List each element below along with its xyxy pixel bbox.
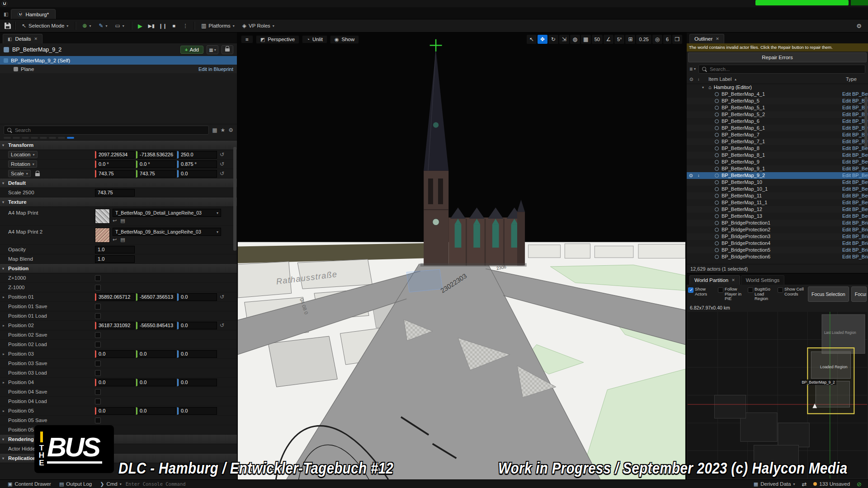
filter-tab[interactable] — [13, 137, 20, 139]
edit-blueprint-link[interactable]: Edit BP_Bett — [842, 200, 868, 205]
selection-mode-dropdown[interactable]: ↖ Selection Mode ▾ — [19, 21, 71, 30]
section-default[interactable]: Default — [0, 178, 237, 188]
tab-outliner[interactable]: Outliner ✕ — [689, 34, 724, 43]
edit-blueprint-link[interactable]: Edit BP_Bett — [842, 186, 868, 192]
filter-dropdown[interactable]: ≡ ▾ — [689, 66, 696, 72]
component-row-self[interactable]: BP_BetterMap_9_2 (Self) — [0, 56, 237, 65]
checkbox[interactable] — [95, 275, 101, 281]
y-field[interactable]: 0.0 — [136, 379, 176, 386]
z-field[interactable]: 250.0 — [177, 151, 217, 159]
camera-speed-icon[interactable]: ◎ — [652, 35, 662, 44]
play-button[interactable]: ▶ — [135, 23, 145, 29]
edit-blueprint-link[interactable]: Edit BP_Brid — [842, 227, 868, 232]
use-selected-asset-icon[interactable]: ↩ — [113, 218, 117, 224]
details-search-input[interactable]: Search — [4, 126, 209, 135]
item-label-column[interactable]: Item Label▲ — [708, 76, 737, 82]
edit-blueprint-link[interactable]: Edit BP_Brid — [842, 247, 868, 253]
checkbox[interactable] — [95, 370, 101, 376]
x-field[interactable]: 743.75 — [95, 170, 135, 178]
reset-to-default-icon[interactable]: ↺ — [220, 151, 224, 158]
outliner-search-input[interactable]: Search... — [698, 65, 865, 74]
show-flags-button[interactable]: ◉ Show — [330, 35, 359, 44]
browse-to-asset-icon[interactable]: ▤ — [120, 237, 125, 243]
edit-blueprint-link[interactable]: Edit BP_Bett — [842, 98, 868, 103]
pause-button[interactable]: ❙❙ — [158, 23, 168, 29]
menu-item[interactable] — [16, 3, 23, 4]
close-icon[interactable]: ✕ — [716, 37, 719, 41]
outliner-row[interactable]: ⊙ ↓ BP_BetterMap_5 Edit BP_Bett — [687, 98, 868, 104]
menu-item[interactable] — [42, 3, 48, 4]
edit-blueprint-link[interactable]: Edit BP_Bett — [842, 112, 868, 117]
pin-icon[interactable]: ↓ — [698, 173, 700, 178]
grid-snap-value[interactable]: 50 — [592, 35, 603, 44]
asset-picker-dropdown[interactable]: T_BetterMap_09_Detail_LangeReihe_03 ▾ — [113, 209, 221, 217]
cinematics-button[interactable]: ▭ ▾ — [112, 21, 127, 30]
outliner-row[interactable]: ⊙ ↓ BP_BetterMap_8 Edit BP_Bett — [687, 145, 868, 152]
outliner-row[interactable]: ⊙ ↓ BP_BridgeProtection6 Edit BP_Brid — [687, 253, 868, 260]
checkbox[interactable] — [95, 285, 101, 291]
save-icon[interactable] — [5, 23, 11, 29]
x-field[interactable]: 0.0 — [95, 350, 135, 358]
derived-data-button[interactable]: ▦ Derived Data ▾ — [750, 481, 799, 487]
unreal-logo-icon[interactable]: U — [2, 1, 7, 6]
transform-type-dropdown[interactable]: Rotation ▾ — [8, 160, 37, 168]
world-space-toggle-icon[interactable]: ◍ — [570, 35, 580, 44]
outliner-row[interactable]: ⊙ ↓ BP_BetterMap_11 Edit BP_Bett — [687, 192, 868, 199]
revision-control-icon[interactable]: ⊘ — [854, 481, 864, 488]
outliner-row[interactable]: ⊙ ↓ BP_BetterMap_5_2 Edit BP_Bett — [687, 111, 868, 118]
use-selected-asset-icon[interactable]: ↩ — [113, 237, 117, 243]
edit-blueprint-link[interactable]: Edit BP_Bett — [842, 213, 868, 219]
edit-blueprint-link[interactable]: Edit BP_Bett — [842, 118, 868, 124]
edit-blueprint-link[interactable]: Edit BP_Brid — [842, 220, 868, 225]
menu-item[interactable] — [61, 3, 67, 4]
checkbox[interactable] — [95, 342, 101, 347]
close-icon[interactable]: ✕ — [731, 278, 735, 282]
edit-blueprint-link[interactable]: Edit BP_Bett — [842, 132, 868, 137]
repair-errors-button[interactable]: Repair Errors — [688, 52, 867, 62]
y-field[interactable]: 0.0 ° — [136, 160, 176, 168]
edit-blueprint-link[interactable]: Edit BP_Bett — [842, 166, 868, 171]
wp-checkbox-item[interactable]: BugItGo Load Region — [748, 287, 776, 302]
outliner-row[interactable]: ⊙ ↓ BP_BetterMap_10_1 Edit BP_Bett — [687, 186, 868, 192]
world-row[interactable]: ▾ ⌂ Hamburg (Editor) — [687, 84, 868, 91]
edit-blueprint-link[interactable]: Edit BP_Bett — [842, 125, 868, 131]
details-settings-icon[interactable]: ⚙ — [228, 127, 233, 133]
x-field[interactable]: 2097.226534 — [95, 151, 135, 159]
platforms-dropdown[interactable]: ▥ Platforms ▾ — [198, 21, 238, 30]
x-field[interactable]: 35892.065712 — [95, 293, 135, 301]
outliner-row[interactable]: ⊙ ↓ BP_BetterMap_4_1 Edit BP_Bett — [687, 91, 868, 98]
z-field[interactable]: 0.875 ° — [177, 160, 217, 168]
outliner-row[interactable]: ⊙ ↓ BP_BetterMap_13 Edit BP_Bett — [687, 213, 868, 220]
scale-snap-icon[interactable]: ⊞ — [625, 35, 635, 44]
add-actor-button[interactable]: ⊕ ▾ — [79, 21, 94, 30]
z-field[interactable]: 0.0 — [177, 293, 217, 301]
checkbox[interactable] — [95, 361, 101, 366]
reset-to-default-icon[interactable]: ↺ — [220, 170, 224, 177]
reset-to-default-icon[interactable]: ↺ — [220, 294, 224, 300]
x-field[interactable]: 0.0 — [95, 379, 135, 386]
outliner-row[interactable]: ⊙ ↓ BP_BetterMap_12 Edit BP_Bett — [687, 206, 868, 213]
z-field[interactable]: 0.0 — [177, 379, 217, 386]
edit-blueprint-link[interactable]: Edit BP_Bett — [842, 179, 868, 185]
menu-item[interactable] — [54, 3, 61, 4]
filter-tab[interactable] — [31, 137, 38, 139]
outliner-row[interactable]: ⊙ ↓ BP_BridgeProtection2 Edit BP_Brid — [687, 226, 868, 233]
wp-checkbox-item[interactable]: Show Cell Coords — [778, 287, 806, 302]
y-field[interactable]: 743.75 — [136, 170, 176, 178]
edit-blueprint-link[interactable]: Edit BP_Bett — [842, 139, 868, 144]
z-field[interactable]: 0.0 — [177, 350, 217, 358]
menu-item[interactable] — [29, 3, 35, 4]
checkbox[interactable] — [748, 287, 753, 293]
checkbox[interactable] — [718, 287, 723, 293]
edit-blueprint-link[interactable]: Edit BP_Bett — [842, 145, 868, 151]
reset-to-default-icon[interactable]: ↺ — [220, 161, 224, 167]
outliner-row[interactable]: ⊙ ↓ BP_BetterMap_5_1 Edit BP_Bett — [687, 104, 868, 111]
z-field[interactable]: 0.0 — [177, 407, 217, 415]
level-tab-hamburg[interactable]: U Hamburg* — [11, 9, 56, 19]
outliner-row[interactable]: ⊙ ↓ BP_BetterMap_7 Edit BP_Bett — [687, 131, 868, 138]
edit-blueprint-link[interactable]: Edit BP_Bett — [842, 105, 868, 110]
camera-speed-value[interactable]: 6 — [663, 35, 671, 44]
outliner-row[interactable]: ⊙ ↓ BP_BetterMap_7_1 Edit BP_Bett — [687, 138, 868, 145]
browse-to-asset-icon[interactable]: ▤ — [120, 218, 125, 224]
view-options-button[interactable]: ▦▾ — [207, 45, 218, 54]
